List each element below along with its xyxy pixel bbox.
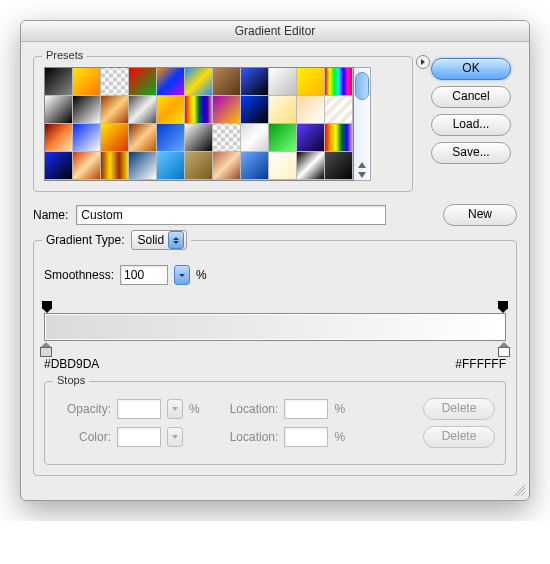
preset-swatch[interactable] — [269, 68, 297, 96]
preset-swatch[interactable] — [157, 96, 185, 124]
delete-color-stop-button: Delete — [423, 426, 495, 448]
preset-swatch[interactable] — [101, 68, 129, 96]
save-button[interactable]: Save... — [431, 142, 511, 164]
gradient-type-select[interactable]: Solid — [131, 230, 188, 250]
presets-scrollbar[interactable] — [354, 67, 371, 181]
scroll-down-icon[interactable] — [358, 172, 366, 178]
preset-swatch[interactable] — [101, 124, 129, 152]
preset-swatch[interactable] — [269, 152, 297, 180]
preset-swatch[interactable] — [241, 96, 269, 124]
load-button[interactable]: Load... — [431, 114, 511, 136]
opacity-stop-right[interactable] — [498, 301, 508, 311]
presets-legend: Presets — [42, 49, 87, 61]
cancel-button[interactable]: Cancel — [431, 86, 511, 108]
opacity-unit: % — [189, 402, 200, 416]
preset-swatch[interactable] — [325, 152, 353, 180]
opacity-stop-row: Opacity: % Location: % Delete — [55, 398, 495, 420]
preset-swatch[interactable] — [45, 68, 73, 96]
ok-button[interactable]: OK — [431, 58, 511, 80]
smoothness-stepper-icon[interactable] — [174, 265, 190, 285]
new-button[interactable]: New — [443, 204, 517, 226]
color-location-unit: % — [334, 430, 345, 444]
preset-swatch[interactable] — [297, 152, 325, 180]
smoothness-label: Smoothness: — [44, 268, 114, 282]
color-location-input — [284, 427, 328, 447]
scroll-up-icon[interactable] — [358, 162, 366, 168]
dialog-buttons: OK Cancel Load... Save... — [431, 58, 511, 164]
preset-swatch[interactable] — [73, 124, 101, 152]
smoothness-row: Smoothness: % — [44, 265, 506, 285]
resize-grip-icon[interactable] — [513, 484, 525, 496]
preset-swatch[interactable] — [241, 68, 269, 96]
preset-swatch[interactable] — [213, 96, 241, 124]
preset-swatch[interactable] — [73, 96, 101, 124]
preset-swatch[interactable] — [129, 96, 157, 124]
gradient-type-value: Solid — [138, 233, 165, 247]
preset-swatch[interactable] — [269, 124, 297, 152]
color-location-label: Location: — [230, 430, 279, 444]
preset-swatch[interactable] — [185, 152, 213, 180]
presets-group: Presets — [33, 56, 413, 192]
smoothness-unit: % — [196, 268, 207, 282]
scrollbar-thumb[interactable] — [355, 72, 369, 100]
opacity-input — [117, 399, 161, 419]
preset-swatch[interactable] — [297, 96, 325, 124]
color-label: Color: — [55, 430, 111, 444]
window-title: Gradient Editor — [21, 21, 529, 42]
gradient-type-label: Gradient Type: — [46, 233, 125, 247]
smoothness-input[interactable] — [120, 265, 168, 285]
preset-swatch[interactable] — [73, 152, 101, 180]
preset-swatch[interactable] — [101, 152, 129, 180]
gradient-bar[interactable] — [44, 313, 506, 341]
opacity-label: Opacity: — [55, 402, 111, 416]
color-input — [117, 427, 161, 447]
preset-swatch-grid — [44, 67, 354, 181]
stops-legend: Stops — [53, 374, 89, 386]
presets-menu-icon[interactable] — [416, 55, 430, 69]
preset-swatch[interactable] — [157, 124, 185, 152]
color-stop-left[interactable] — [40, 342, 52, 357]
preset-swatch[interactable] — [325, 68, 353, 96]
preset-swatch[interactable] — [129, 152, 157, 180]
gradient-editor-window: Gradient Editor OK Cancel Load... Save..… — [20, 20, 530, 501]
name-label: Name: — [33, 208, 68, 222]
opacity-location-input — [284, 399, 328, 419]
preset-swatch[interactable] — [213, 68, 241, 96]
preset-swatch[interactable] — [45, 124, 73, 152]
color-stepper-icon — [167, 427, 183, 447]
name-row: Name: New — [33, 204, 517, 226]
preset-swatch[interactable] — [241, 152, 269, 180]
stops-group: Stops Opacity: % Location: % Delete Colo… — [44, 381, 506, 465]
preset-swatch[interactable] — [73, 68, 101, 96]
preset-swatch[interactable] — [157, 68, 185, 96]
preset-swatch[interactable] — [213, 152, 241, 180]
preset-swatch[interactable] — [325, 124, 353, 152]
gradient-bar-area: #DBD9DA #FFFFFF — [44, 303, 506, 371]
preset-swatch[interactable] — [241, 124, 269, 152]
opacity-stepper-icon — [167, 399, 183, 419]
right-stop-hex: #FFFFFF — [455, 357, 506, 371]
opacity-location-unit: % — [334, 402, 345, 416]
left-stop-hex: #DBD9DA — [44, 357, 99, 371]
preset-swatch[interactable] — [213, 124, 241, 152]
color-stop-right[interactable] — [498, 342, 510, 357]
name-input[interactable] — [76, 205, 386, 225]
preset-swatch[interactable] — [101, 96, 129, 124]
opacity-stop-left[interactable] — [42, 301, 52, 311]
preset-swatch[interactable] — [129, 68, 157, 96]
opacity-location-label: Location: — [230, 402, 279, 416]
preset-swatch[interactable] — [325, 96, 353, 124]
preset-swatch[interactable] — [185, 68, 213, 96]
preset-swatch[interactable] — [45, 152, 73, 180]
preset-swatch[interactable] — [157, 152, 185, 180]
color-stop-row: Color: % Location: % Delete — [55, 426, 495, 448]
preset-swatch[interactable] — [45, 96, 73, 124]
preset-swatch[interactable] — [297, 68, 325, 96]
preset-swatch[interactable] — [185, 96, 213, 124]
gradient-type-group: Gradient Type: Solid Smoothness: % — [33, 240, 517, 476]
preset-swatch[interactable] — [297, 124, 325, 152]
preset-swatch[interactable] — [129, 124, 157, 152]
preset-swatch[interactable] — [269, 96, 297, 124]
select-stepper-icon[interactable] — [168, 231, 184, 249]
preset-swatch[interactable] — [185, 124, 213, 152]
